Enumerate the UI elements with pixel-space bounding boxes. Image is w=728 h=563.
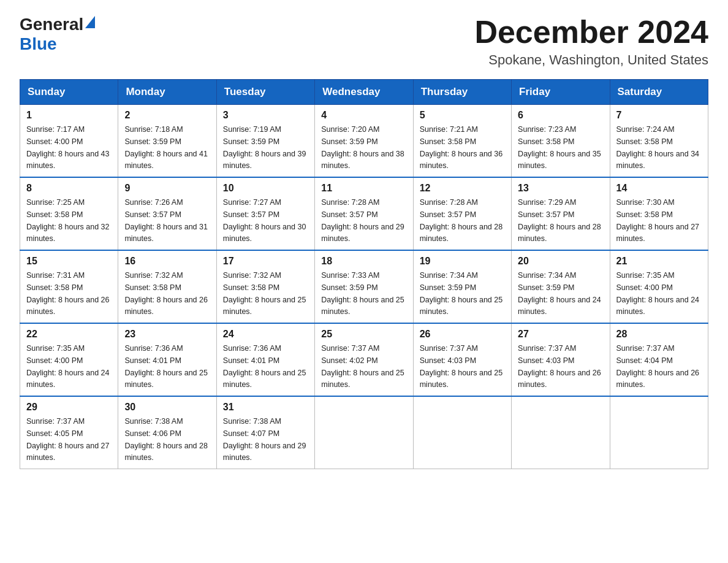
day-info: Sunrise: 7:28 AMSunset: 3:57 PMDaylight:… xyxy=(321,198,404,243)
calendar-day-cell xyxy=(512,396,610,469)
calendar-day-cell: 1 Sunrise: 7:17 AMSunset: 4:00 PMDayligh… xyxy=(20,105,118,178)
day-number: 28 xyxy=(616,329,702,340)
day-number: 14 xyxy=(616,183,702,194)
day-info: Sunrise: 7:32 AMSunset: 3:58 PMDaylight:… xyxy=(124,271,208,316)
calendar-day-cell: 2 Sunrise: 7:18 AMSunset: 3:59 PMDayligh… xyxy=(118,105,216,178)
calendar-day-cell xyxy=(413,396,511,469)
calendar-day-cell: 25 Sunrise: 7:37 AMSunset: 4:02 PMDaylig… xyxy=(315,323,413,396)
logo-triangle-icon xyxy=(85,16,95,31)
day-number: 25 xyxy=(321,329,406,340)
day-info: Sunrise: 7:36 AMSunset: 4:01 PMDaylight:… xyxy=(223,344,306,389)
calendar-day-cell: 26 Sunrise: 7:37 AMSunset: 4:03 PMDaylig… xyxy=(413,323,511,396)
svg-marker-0 xyxy=(85,16,95,28)
calendar-day-cell: 4 Sunrise: 7:20 AMSunset: 3:59 PMDayligh… xyxy=(315,105,413,178)
day-info: Sunrise: 7:35 AMSunset: 4:00 PMDaylight:… xyxy=(616,271,700,316)
day-number: 15 xyxy=(26,256,112,267)
day-info: Sunrise: 7:18 AMSunset: 3:59 PMDaylight:… xyxy=(124,125,208,170)
day-info: Sunrise: 7:17 AMSunset: 4:00 PMDaylight:… xyxy=(26,125,110,170)
day-number: 6 xyxy=(518,110,603,121)
calendar-day-cell: 15 Sunrise: 7:31 AMSunset: 3:58 PMDaylig… xyxy=(20,250,118,323)
header-right: December 2024 Spokane, Washington, Unite… xyxy=(474,15,708,68)
day-info: Sunrise: 7:21 AMSunset: 3:58 PMDaylight:… xyxy=(420,125,503,170)
calendar-day-cell: 31 Sunrise: 7:38 AMSunset: 4:07 PMDaylig… xyxy=(216,396,314,469)
day-info: Sunrise: 7:27 AMSunset: 3:57 PMDaylight:… xyxy=(223,198,306,243)
day-number: 4 xyxy=(321,110,406,121)
calendar-week-row: 22 Sunrise: 7:35 AMSunset: 4:00 PMDaylig… xyxy=(20,323,708,396)
day-number: 10 xyxy=(223,183,308,194)
day-number: 23 xyxy=(124,329,210,340)
day-info: Sunrise: 7:30 AMSunset: 3:58 PMDaylight:… xyxy=(616,198,700,243)
calendar-day-cell: 28 Sunrise: 7:37 AMSunset: 4:04 PMDaylig… xyxy=(610,323,708,396)
day-info: Sunrise: 7:26 AMSunset: 3:57 PMDaylight:… xyxy=(124,198,208,243)
page-header: General Blue December 2024 Spokane, Wash… xyxy=(20,15,708,68)
calendar-day-cell: 22 Sunrise: 7:35 AMSunset: 4:00 PMDaylig… xyxy=(20,323,118,396)
day-number: 2 xyxy=(124,110,210,121)
day-number: 29 xyxy=(26,402,112,413)
calendar-week-row: 1 Sunrise: 7:17 AMSunset: 4:00 PMDayligh… xyxy=(20,105,708,178)
day-number: 27 xyxy=(518,329,603,340)
day-info: Sunrise: 7:34 AMSunset: 3:59 PMDaylight:… xyxy=(518,271,601,316)
day-number: 16 xyxy=(124,256,210,267)
day-number: 9 xyxy=(124,183,210,194)
calendar-day-cell: 30 Sunrise: 7:38 AMSunset: 4:06 PMDaylig… xyxy=(118,396,216,469)
day-number: 3 xyxy=(223,110,308,121)
calendar-day-cell: 11 Sunrise: 7:28 AMSunset: 3:57 PMDaylig… xyxy=(315,177,413,250)
day-number: 21 xyxy=(616,256,702,267)
location-title: Spokane, Washington, United States xyxy=(474,52,708,68)
calendar-day-cell: 6 Sunrise: 7:23 AMSunset: 3:58 PMDayligh… xyxy=(512,105,610,178)
day-number: 18 xyxy=(321,256,406,267)
calendar-day-cell: 16 Sunrise: 7:32 AMSunset: 3:58 PMDaylig… xyxy=(118,250,216,323)
calendar-day-cell: 14 Sunrise: 7:30 AMSunset: 3:58 PMDaylig… xyxy=(610,177,708,250)
day-info: Sunrise: 7:23 AMSunset: 3:58 PMDaylight:… xyxy=(518,125,601,170)
calendar-day-cell: 20 Sunrise: 7:34 AMSunset: 3:59 PMDaylig… xyxy=(512,250,610,323)
calendar-header: SundayMondayTuesdayWednesdayThursdayFrid… xyxy=(20,80,708,105)
calendar-week-row: 15 Sunrise: 7:31 AMSunset: 3:58 PMDaylig… xyxy=(20,250,708,323)
calendar-day-cell: 18 Sunrise: 7:33 AMSunset: 3:59 PMDaylig… xyxy=(315,250,413,323)
calendar-day-cell: 19 Sunrise: 7:34 AMSunset: 3:59 PMDaylig… xyxy=(413,250,511,323)
calendar-day-cell: 3 Sunrise: 7:19 AMSunset: 3:59 PMDayligh… xyxy=(216,105,314,178)
calendar-week-row: 8 Sunrise: 7:25 AMSunset: 3:58 PMDayligh… xyxy=(20,177,708,250)
calendar-day-cell: 23 Sunrise: 7:36 AMSunset: 4:01 PMDaylig… xyxy=(118,323,216,396)
calendar-day-cell: 9 Sunrise: 7:26 AMSunset: 3:57 PMDayligh… xyxy=(118,177,216,250)
day-number: 22 xyxy=(26,329,112,340)
day-info: Sunrise: 7:37 AMSunset: 4:04 PMDaylight:… xyxy=(616,344,700,389)
calendar-day-cell: 21 Sunrise: 7:35 AMSunset: 4:00 PMDaylig… xyxy=(610,250,708,323)
calendar-week-row: 29 Sunrise: 7:37 AMSunset: 4:05 PMDaylig… xyxy=(20,396,708,469)
day-number: 11 xyxy=(321,183,406,194)
weekday-header-saturday: Saturday xyxy=(610,80,708,105)
calendar-table: SundayMondayTuesdayWednesdayThursdayFrid… xyxy=(20,79,708,469)
month-title: December 2024 xyxy=(474,15,708,50)
day-number: 12 xyxy=(420,183,505,194)
day-number: 24 xyxy=(223,329,308,340)
day-number: 17 xyxy=(223,256,308,267)
calendar-body: 1 Sunrise: 7:17 AMSunset: 4:00 PMDayligh… xyxy=(20,105,708,469)
day-info: Sunrise: 7:20 AMSunset: 3:59 PMDaylight:… xyxy=(321,125,404,170)
weekday-header-row: SundayMondayTuesdayWednesdayThursdayFrid… xyxy=(20,80,708,105)
logo-blue: Blue xyxy=(20,34,57,53)
day-number: 1 xyxy=(26,110,112,121)
weekday-header-sunday: Sunday xyxy=(20,80,118,105)
day-info: Sunrise: 7:37 AMSunset: 4:05 PMDaylight:… xyxy=(26,417,110,462)
weekday-header-tuesday: Tuesday xyxy=(216,80,314,105)
calendar-day-cell: 17 Sunrise: 7:32 AMSunset: 3:58 PMDaylig… xyxy=(216,250,314,323)
weekday-header-friday: Friday xyxy=(512,80,610,105)
calendar-day-cell: 7 Sunrise: 7:24 AMSunset: 3:58 PMDayligh… xyxy=(610,105,708,178)
weekday-header-monday: Monday xyxy=(118,80,216,105)
day-info: Sunrise: 7:34 AMSunset: 3:59 PMDaylight:… xyxy=(420,271,503,316)
day-info: Sunrise: 7:19 AMSunset: 3:59 PMDaylight:… xyxy=(223,125,306,170)
calendar-day-cell: 13 Sunrise: 7:29 AMSunset: 3:57 PMDaylig… xyxy=(512,177,610,250)
day-number: 31 xyxy=(223,402,308,413)
calendar-day-cell xyxy=(610,396,708,469)
calendar-day-cell: 12 Sunrise: 7:28 AMSunset: 3:57 PMDaylig… xyxy=(413,177,511,250)
day-number: 26 xyxy=(420,329,505,340)
day-info: Sunrise: 7:37 AMSunset: 4:02 PMDaylight:… xyxy=(321,344,404,389)
calendar-day-cell: 29 Sunrise: 7:37 AMSunset: 4:05 PMDaylig… xyxy=(20,396,118,469)
calendar-day-cell: 27 Sunrise: 7:37 AMSunset: 4:03 PMDaylig… xyxy=(512,323,610,396)
day-info: Sunrise: 7:37 AMSunset: 4:03 PMDaylight:… xyxy=(518,344,601,389)
day-number: 13 xyxy=(518,183,603,194)
day-number: 20 xyxy=(518,256,603,267)
day-info: Sunrise: 7:25 AMSunset: 3:58 PMDaylight:… xyxy=(26,198,110,243)
day-number: 30 xyxy=(124,402,210,413)
weekday-header-wednesday: Wednesday xyxy=(315,80,413,105)
day-info: Sunrise: 7:36 AMSunset: 4:01 PMDaylight:… xyxy=(124,344,208,389)
